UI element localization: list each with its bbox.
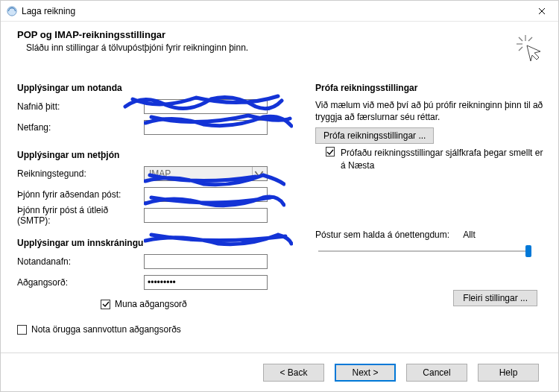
spa-checkbox[interactable] <box>17 325 27 335</box>
name-label: Nafnið þitt: <box>17 101 144 112</box>
dialog-window: Laga reikning POP og IMAP-reikningsstill… <box>0 0 559 392</box>
username-input[interactable] <box>144 254 268 269</box>
section-test-title: Prófa reikningsstillingar <box>315 83 543 93</box>
remember-password-label: Muna aðgangsorð <box>115 299 187 309</box>
left-column: Upplýsingar um notanda Nafnið þitt: Netf… <box>17 83 293 335</box>
titlebar: Laga reikning <box>1 1 558 22</box>
outgoing-input[interactable] <box>144 208 268 223</box>
email-input[interactable] <box>144 120 268 135</box>
section-user-title: Upplýsingar um notanda <box>17 83 293 93</box>
svg-line-4 <box>528 37 532 41</box>
incoming-input[interactable] <box>144 187 268 202</box>
account-type-label: Reikningstegund: <box>17 168 144 179</box>
more-settings-button[interactable]: Fleiri stillingar ... <box>453 290 537 306</box>
password-label: Aðgangsorð: <box>17 277 144 288</box>
remember-password-checkbox[interactable] <box>101 300 110 309</box>
offline-slider[interactable] <box>315 243 531 259</box>
window-title: Laga reikning <box>22 6 75 16</box>
back-button[interactable]: < Back <box>263 364 324 382</box>
app-icon <box>7 6 17 16</box>
header: POP og IMAP-reikningsstillingar Sláðu in… <box>1 22 558 69</box>
test-description: Við mælum við með því að þú prófir reikn… <box>315 99 543 123</box>
account-type-select[interactable]: IMAP <box>144 166 268 181</box>
spa-label: Nota örugga sannvottun aðgangsorðs <box>31 324 181 335</box>
section-server-title: Upplýsingar um netþjón <box>17 150 293 160</box>
auto-test-label: Prófaðu reikningsstillingar sjálfkrafa þ… <box>341 147 543 171</box>
slider-track <box>318 250 528 252</box>
help-button[interactable]: Help <box>478 364 539 382</box>
email-label: Netfang: <box>17 122 144 133</box>
next-button[interactable]: Next > <box>335 364 396 382</box>
cursor-click-icon <box>515 34 545 63</box>
header-title: POP og IMAP-reikningsstillingar <box>17 29 543 40</box>
header-subtitle: Sláðu inn stillingar á tölvupóstþjóni fy… <box>26 42 543 53</box>
chevron-down-icon <box>252 167 265 180</box>
offline-value: Allt <box>463 230 476 240</box>
close-button[interactable] <box>530 4 554 19</box>
svg-line-5 <box>519 47 522 51</box>
cancel-button[interactable]: Cancel <box>406 364 467 382</box>
footer: < Back Next > Cancel Help <box>1 353 558 391</box>
slider-thumb[interactable] <box>525 245 531 257</box>
test-settings-button[interactable]: Prófa reikningsstillingar ... <box>315 127 434 144</box>
offline-label: Póstur sem halda á ónettengdum: <box>315 230 449 240</box>
section-logon-title: Upplýsingar um innskráningu <box>17 238 293 248</box>
svg-line-3 <box>519 37 522 41</box>
outgoing-label: Þjónn fyrir póst á útleið (SMTP): <box>17 205 144 226</box>
incoming-label: Þjónn fyrir aðsendan póst: <box>17 189 144 200</box>
name-input[interactable] <box>144 99 268 114</box>
username-label: Notandanafn: <box>17 256 144 267</box>
account-type-value: IMAP <box>149 168 171 179</box>
auto-test-checkbox[interactable] <box>326 147 335 157</box>
password-input[interactable] <box>144 275 268 290</box>
